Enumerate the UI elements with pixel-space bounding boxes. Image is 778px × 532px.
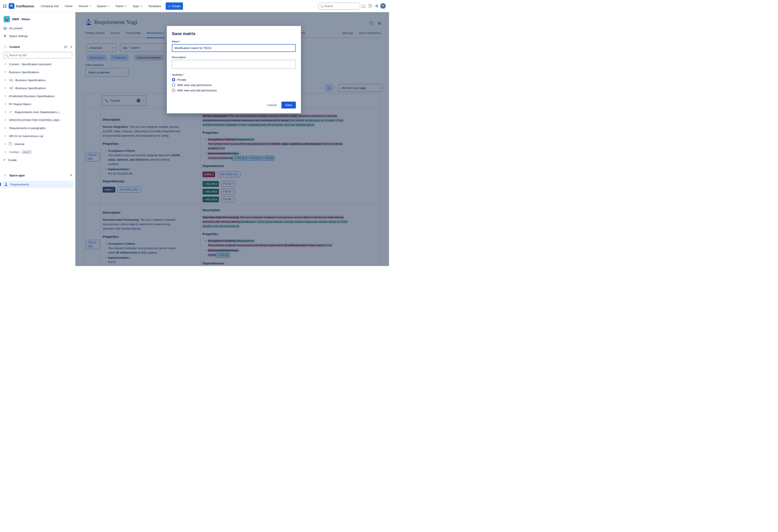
space-apps-header: Space apps ✎ [0, 171, 75, 179]
tree-item[interactable]: RY Report Macro [0, 100, 75, 108]
folder-icon [9, 143, 12, 145]
save-matrix-modal: Save matrix Name* Description Visibility… [167, 26, 301, 113]
bullet-icon [5, 64, 6, 65]
visibility-label: Visibility* [172, 73, 296, 76]
tree-item[interactable]: Current - Specification document [0, 60, 75, 68]
add-content-icon[interactable]: + [70, 46, 73, 48]
chevron-down-icon [108, 5, 109, 6]
chevron-down-icon [89, 5, 91, 6]
matrix-description-input[interactable] [172, 60, 296, 69]
bullet-icon [5, 80, 6, 81]
gear-icon: ⚙ [375, 4, 378, 8]
chevron-right-icon [4, 143, 6, 145]
search-icon [320, 5, 322, 7]
create-page-button[interactable]: +Create [0, 156, 75, 164]
matrix-name-input[interactable] [172, 44, 296, 52]
chevron-down-icon [4, 174, 6, 176]
plus-icon: + [3, 159, 5, 161]
edit-icon[interactable]: ✎ [70, 174, 73, 177]
top-navigation: Confluence Company hub Home Recent Space… [0, 0, 389, 12]
name-label: Name* [172, 40, 296, 43]
chevron-right-icon [4, 119, 6, 121]
bell-icon [362, 5, 365, 8]
tree-item[interactable]: Business Specifications [0, 68, 75, 76]
nav-apps[interactable]: Apps [133, 4, 142, 8]
confluence-logo-icon[interactable] [9, 3, 14, 9]
cancel-button[interactable]: Cancel [266, 101, 278, 108]
requirement-yogi-icon [4, 182, 8, 186]
sidebar-item-space-settings[interactable]: ⚙ Space settings [0, 32, 75, 40]
product-name: Confluence [16, 4, 34, 8]
settings-button[interactable]: ⚙ [374, 3, 380, 9]
tree-item[interactable]: Requirements from Stakeholders (... [0, 108, 75, 116]
tree-item[interactable]: V2 - Business Specifications [0, 84, 75, 92]
radio-selected-icon [172, 78, 175, 81]
tree-item[interactable]: (Published) Business Specifications [0, 92, 75, 100]
help-button[interactable]: ? [367, 3, 374, 9]
filter-icon[interactable] [64, 46, 67, 48]
nav-teams[interactable]: Teams [115, 4, 127, 8]
chevron-down-icon [4, 46, 6, 48]
nav-spaces[interactable]: Spaces [97, 4, 109, 8]
content-section-title: Content [9, 46, 20, 49]
sidebar-item-all-content[interactable]: All content [0, 25, 75, 32]
visibility-option-view-only[interactable]: With view only permissions [172, 83, 296, 87]
tree-item[interactable]: V1 - Business Specifications [0, 76, 75, 84]
notifications-button[interactable] [360, 3, 367, 9]
chevron-down-icon [125, 5, 127, 6]
radio-icon [172, 83, 175, 87]
app-switcher-icon[interactable] [3, 4, 6, 8]
modal-title: Save matrix [172, 31, 296, 36]
gear-icon: ⚙ [4, 34, 6, 38]
search-icon [5, 54, 7, 56]
help-icon: ? [368, 4, 372, 8]
bullet-icon [5, 128, 6, 129]
search-by-title-input[interactable] [9, 54, 65, 57]
tree-item[interactable]: UntitledDRAFT [0, 148, 75, 156]
space-avatar [4, 16, 10, 22]
bullet-icon [5, 88, 6, 88]
sidebar-item-requirements[interactable]: Requirements [2, 181, 73, 188]
space-header[interactable]: MBR - Démo [0, 12, 75, 25]
bullet-icon [5, 136, 6, 137]
content-section-header: Content + [0, 43, 75, 51]
user-avatar[interactable] [380, 3, 386, 9]
search-by-title[interactable] [3, 52, 72, 58]
global-search[interactable] [318, 3, 360, 9]
draft-badge: DRAFT [22, 150, 32, 154]
description-label: Description [172, 56, 296, 59]
chevron-right-icon [4, 95, 6, 97]
nav-home[interactable]: Home [65, 4, 73, 8]
space-name: MBR - Démo [12, 17, 30, 21]
visibility-option-view-edit[interactable]: With view and edit permissions [172, 89, 296, 92]
tree-item[interactable]: Internal [0, 140, 75, 148]
chevron-right-icon [4, 71, 6, 73]
content-tree: Current - Specification document Busines… [0, 60, 75, 164]
global-search-input[interactable] [324, 4, 353, 8]
tree-item[interactable]: SPECIFICATION FOR CONTROL AND... [0, 116, 75, 124]
create-button[interactable]: +Create [166, 2, 183, 10]
all-content-icon [4, 27, 7, 30]
nav-recent[interactable]: Recent [79, 4, 90, 8]
chevron-down-icon [141, 5, 142, 6]
save-button[interactable]: Save [282, 101, 296, 108]
collapse-content-button[interactable] [3, 45, 7, 49]
tree-item[interactable]: BR-01 for Autonomous car [0, 132, 75, 140]
magic-wand-icon [9, 110, 12, 113]
chevron-right-icon [4, 111, 6, 113]
chevron-right-icon [4, 103, 6, 105]
radio-icon [172, 89, 175, 92]
nav-templates[interactable]: Templates [148, 4, 161, 8]
nav-company-hub[interactable]: Company hub [41, 4, 59, 8]
visibility-option-private[interactable]: Private [172, 78, 296, 81]
collapse-space-apps-button[interactable] [3, 173, 7, 178]
tree-item[interactable]: Requirements in paragraphs [0, 124, 75, 132]
bullet-icon [5, 152, 6, 152]
sidebar: MBR - Démo All content ⚙ Space settings … [0, 12, 75, 266]
